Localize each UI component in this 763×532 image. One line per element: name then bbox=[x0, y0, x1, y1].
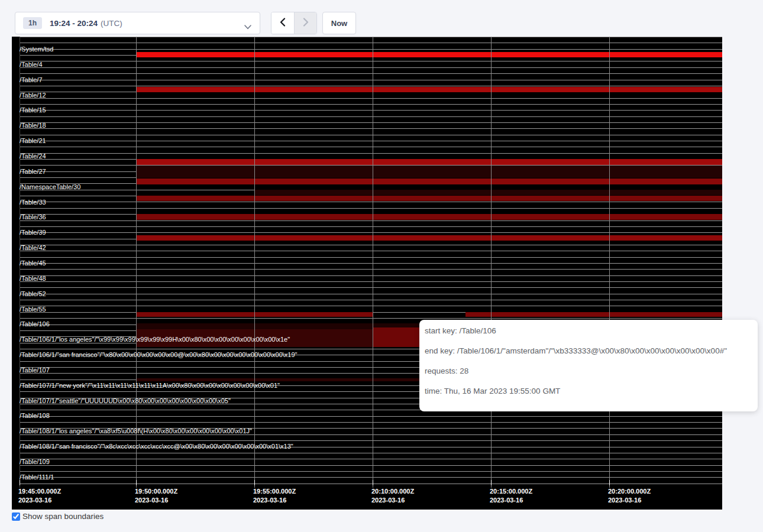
span-boundaries-label: Show span boundaries bbox=[22, 512, 104, 521]
key-label: /Table/15 bbox=[20, 107, 46, 113]
span-boundary-line bbox=[20, 86, 722, 86]
span-boundary-line bbox=[20, 440, 722, 441]
span-boundary-line bbox=[20, 300, 722, 300]
axis-time-label: 19:55:00.000Z bbox=[253, 488, 296, 495]
key-label: /Table/36 bbox=[20, 214, 46, 220]
span-boundary-line bbox=[20, 232, 722, 233]
axis-tick bbox=[373, 480, 373, 485]
span-boundary-line bbox=[20, 153, 722, 154]
tooltip-end-key: end key: /Table/106/1/"amsterdam"/"\xb33… bbox=[425, 341, 752, 361]
heatmap-canvas[interactable]: /System/tsd/Table/4/Table/7/Table/12/Tab… bbox=[12, 37, 722, 510]
key-label: /Table/106/1/"san francisco"/"\x80\x00\x… bbox=[20, 352, 298, 358]
next-interval-button[interactable] bbox=[294, 12, 316, 34]
axis-time-label: 19:45:00.000Z bbox=[18, 488, 61, 495]
key-label: /Table/24 bbox=[20, 153, 46, 160]
span-boundary-line bbox=[20, 104, 722, 105]
axis-tick bbox=[20, 480, 20, 485]
time-gridline bbox=[373, 37, 373, 488]
axis-time-label: 19:50:00.000Z bbox=[135, 488, 177, 495]
span-boundary-line bbox=[20, 80, 722, 80]
footer: Show span boundaries bbox=[12, 512, 104, 521]
axis-date-label: 2023-03-16 bbox=[371, 497, 405, 504]
key-label: /Table/106/1/"los angeles"/"\x99\x99\x99… bbox=[20, 336, 290, 343]
key-label: /Table/109 bbox=[20, 459, 50, 465]
span-boundary-line bbox=[20, 245, 722, 245]
chevron-left-icon bbox=[280, 18, 286, 28]
key-label: /Table/7 bbox=[20, 76, 43, 83]
axis-time-label: 20:20:00.000Z bbox=[608, 488, 651, 495]
span-boundary-line bbox=[20, 73, 722, 74]
span-boundary-line bbox=[20, 67, 722, 68]
key-label: /Table/48 bbox=[20, 275, 46, 281]
span-boundary-line bbox=[20, 453, 722, 453]
span-boundary-line bbox=[20, 116, 722, 117]
span-boundary-line bbox=[20, 122, 722, 123]
span-boundary-line bbox=[20, 422, 722, 423]
axis-time-label: 20:15:00.000Z bbox=[490, 488, 532, 495]
toolbar: 1h 19:24 - 20:24 (UTC) Now bbox=[0, 0, 763, 37]
prev-interval-button[interactable] bbox=[271, 12, 294, 34]
key-label: /Table/107/1/"seattle"/"UUUUUUD\x00\x80\… bbox=[20, 397, 231, 404]
range-label: 19:24 - 20:24 bbox=[50, 19, 98, 28]
time-range-dropdown[interactable]: 1h 19:24 - 20:24 (UTC) bbox=[15, 12, 260, 34]
span-boundary-line bbox=[20, 471, 722, 472]
axis-tick bbox=[254, 480, 255, 485]
span-boundary-line bbox=[20, 220, 722, 221]
heat-band bbox=[136, 179, 722, 184]
span-boundary-line bbox=[20, 147, 722, 147]
span-boundary-line bbox=[20, 257, 722, 258]
axis-date-label: 2023-03-16 bbox=[18, 497, 51, 504]
key-label: /Table/108/1/"los angeles"/"\xa8\xf5\u00… bbox=[20, 428, 252, 434]
key-label: /Table/55 bbox=[20, 306, 46, 312]
now-button[interactable]: Now bbox=[322, 12, 356, 34]
time-gridline bbox=[136, 37, 137, 488]
key-label: /NamespaceTable/30 bbox=[20, 183, 80, 190]
time-gridline bbox=[254, 37, 255, 488]
key-label: /Table/107/1/"new york"/"\x11\x11\x11\x1… bbox=[20, 382, 280, 388]
span-boundary-line bbox=[20, 98, 722, 99]
span-boundary-line bbox=[20, 465, 722, 466]
heat-band bbox=[254, 190, 722, 195]
axis-date-label: 2023-03-16 bbox=[253, 497, 286, 504]
span-boundary-line bbox=[20, 416, 722, 417]
span-boundary-line bbox=[20, 306, 722, 306]
span-boundaries-checkbox[interactable] bbox=[12, 512, 20, 521]
key-label: /Table/108 bbox=[20, 413, 50, 419]
span-tooltip: start key: /Table/106 end key: /Table/10… bbox=[419, 320, 758, 411]
heat-band bbox=[136, 52, 722, 57]
span-boundary-line bbox=[20, 459, 722, 459]
span-boundary-line bbox=[20, 263, 722, 264]
heat-band bbox=[136, 214, 722, 220]
axis-tick bbox=[609, 480, 610, 485]
span-boundary-line bbox=[20, 37, 722, 37]
span-boundary-line bbox=[20, 49, 722, 50]
span-boundary-line bbox=[20, 202, 722, 202]
span-boundary-line bbox=[20, 135, 722, 135]
span-boundary-line bbox=[20, 208, 722, 209]
span-boundary-line bbox=[20, 43, 722, 43]
key-label: /Table/52 bbox=[20, 290, 46, 297]
range-duration-badge: 1h bbox=[23, 17, 42, 29]
tooltip-time: time: Thu, 16 Mar 2023 19:55:00 GMT bbox=[425, 381, 752, 401]
key-label: /Table/27 bbox=[20, 168, 46, 174]
key-label: /Table/4 bbox=[20, 61, 43, 67]
chevron-down-icon bbox=[244, 21, 251, 32]
span-boundary-line bbox=[20, 61, 722, 61]
heat-band bbox=[136, 235, 722, 241]
axis-date-label: 2023-03-16 bbox=[490, 497, 523, 504]
span-boundary-line bbox=[20, 484, 722, 484]
key-label: /Table/42 bbox=[20, 245, 46, 251]
heat-band bbox=[136, 159, 722, 165]
heat-band bbox=[465, 312, 722, 317]
span-boundary-line bbox=[20, 318, 722, 319]
span-boundary-line bbox=[20, 294, 722, 294]
key-label: /System/tsd bbox=[20, 46, 53, 53]
tooltip-requests: requests: 28 bbox=[425, 361, 752, 381]
time-nav-group bbox=[271, 12, 317, 34]
key-label: /Table/33 bbox=[20, 199, 46, 205]
heat-band bbox=[136, 166, 722, 178]
time-gridline bbox=[609, 37, 610, 488]
key-label: /Table/107 bbox=[20, 366, 50, 373]
span-boundary-line bbox=[20, 477, 722, 478]
span-boundary-line bbox=[20, 226, 722, 227]
